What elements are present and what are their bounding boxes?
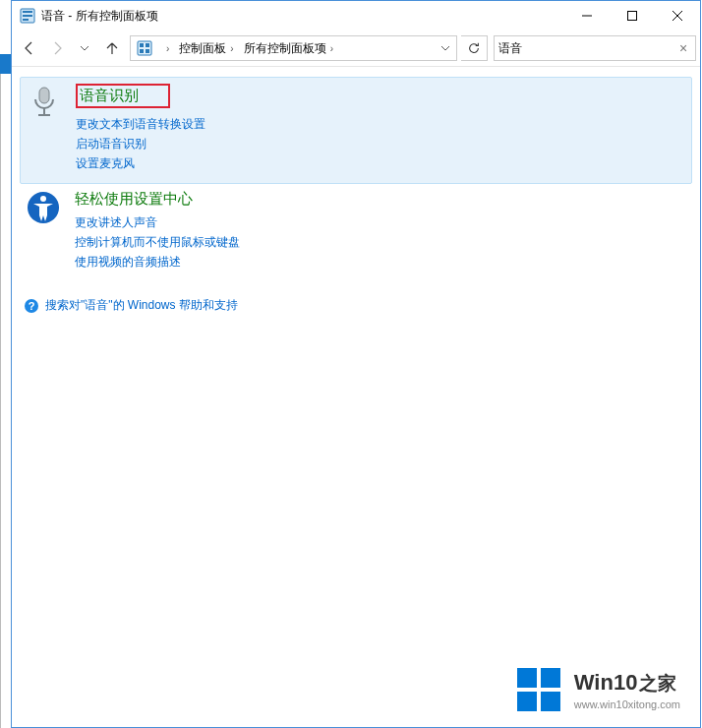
- refresh-button[interactable]: [461, 35, 488, 61]
- svg-rect-3: [23, 19, 29, 21]
- svg-rect-22: [517, 692, 537, 711]
- content-area: 语音识别更改文本到语音转换设置启动语音识别设置麦克风轻松使用设置中心更改讲述人声…: [12, 67, 700, 727]
- search-box[interactable]: ×: [494, 35, 696, 61]
- task-link[interactable]: 使用视频的音频描述: [75, 252, 686, 272]
- watermark: Win10之家 www.win10xitong.com: [515, 666, 680, 713]
- svg-rect-9: [140, 43, 144, 47]
- help-link[interactable]: ? 搜索对"语音"的 Windows 帮助和支持: [20, 297, 692, 314]
- minimize-button[interactable]: [564, 1, 610, 30]
- breadcrumb-root-chevron[interactable]: ›: [158, 36, 175, 60]
- search-result[interactable]: 轻松使用设置中心更改讲述人声音控制计算机而不使用鼠标或键盘使用视频的音频描述: [20, 184, 692, 281]
- breadcrumb-item[interactable]: 所有控制面板项 ›: [240, 36, 339, 60]
- svg-rect-2: [23, 15, 32, 17]
- up-button[interactable]: [98, 34, 126, 62]
- svg-rect-21: [541, 668, 560, 688]
- breadcrumb-item[interactable]: 控制面板 ›: [175, 36, 239, 60]
- address-bar[interactable]: › 控制面板 › 所有控制面板项 ›: [130, 35, 457, 61]
- svg-rect-11: [140, 49, 144, 53]
- result-title[interactable]: 语音识别: [76, 84, 685, 110]
- task-link[interactable]: 更改讲述人声音: [75, 212, 686, 232]
- titlebar: 语音 - 所有控制面板项: [12, 1, 700, 30]
- search-input[interactable]: [498, 38, 675, 58]
- close-button[interactable]: [655, 1, 700, 30]
- task-link[interactable]: 更改文本到语音转换设置: [76, 114, 685, 134]
- app-icon: [20, 8, 35, 24]
- svg-rect-12: [146, 49, 149, 53]
- address-dropdown-button[interactable]: [437, 36, 454, 60]
- svg-rect-23: [541, 692, 560, 711]
- task-link[interactable]: 启动语音识别: [76, 134, 685, 153]
- chevron-right-icon: ›: [226, 43, 237, 54]
- help-icon: ?: [24, 298, 39, 314]
- forward-button[interactable]: [43, 34, 71, 62]
- svg-rect-13: [39, 88, 49, 103]
- maximize-button[interactable]: [610, 1, 655, 30]
- control-panel-window: 语音 - 所有控制面板项 ›: [11, 0, 701, 728]
- ease-of-access-icon: [26, 190, 61, 225]
- result-title[interactable]: 轻松使用设置中心: [75, 190, 686, 209]
- svg-rect-1: [23, 11, 32, 13]
- search-result[interactable]: 语音识别更改文本到语音转换设置启动语音识别设置麦克风: [20, 77, 692, 184]
- svg-rect-5: [628, 12, 637, 21]
- breadcrumb-label: 控制面板: [179, 40, 226, 57]
- control-panel-icon: [137, 40, 152, 56]
- navbar: › 控制面板 › 所有控制面板项 › ×: [12, 30, 700, 67]
- recent-locations-button[interactable]: [71, 34, 98, 62]
- svg-rect-10: [146, 43, 149, 47]
- clear-search-button[interactable]: ×: [675, 40, 691, 56]
- svg-rect-20: [517, 668, 537, 688]
- window-title: 语音 - 所有控制面板项: [41, 8, 158, 25]
- windows-logo-icon: [515, 666, 562, 713]
- task-link[interactable]: 控制计算机而不使用鼠标或键盘: [75, 232, 686, 252]
- task-link[interactable]: 设置麦克风: [76, 153, 685, 173]
- result-title-text: 语音识别: [76, 84, 170, 108]
- chevron-right-icon: ›: [326, 43, 337, 54]
- watermark-brand-zh: 之家: [639, 671, 676, 697]
- breadcrumb-label: 所有控制面板项: [244, 40, 326, 57]
- watermark-url: www.win10xitong.com: [574, 698, 680, 710]
- microphone-icon: [27, 84, 62, 119]
- svg-point-17: [40, 196, 46, 202]
- help-link-text: 搜索对"语音"的 Windows 帮助和支持: [45, 297, 238, 314]
- back-button[interactable]: [16, 34, 43, 62]
- svg-text:?: ?: [29, 300, 35, 312]
- watermark-brand-en: Win10: [574, 670, 638, 696]
